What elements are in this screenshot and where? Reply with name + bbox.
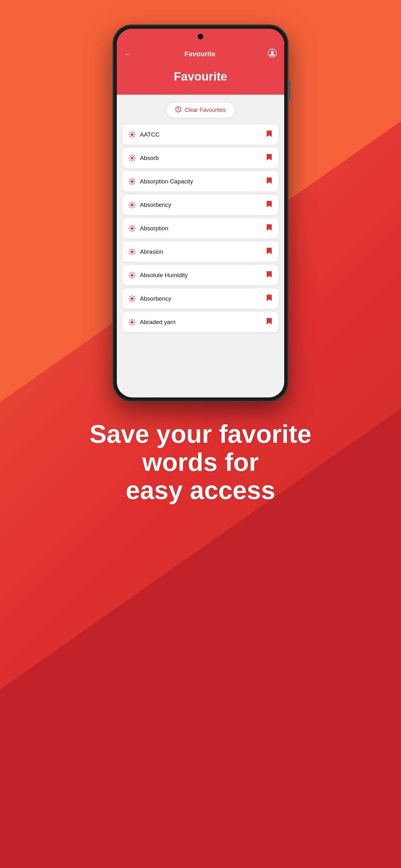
hero-section: Favourite bbox=[117, 64, 284, 95]
svg-line-83 bbox=[130, 324, 131, 324]
item-label-9: Abraded yarn bbox=[140, 319, 175, 326]
bookmark-icon-5[interactable] bbox=[266, 224, 272, 233]
svg-line-38 bbox=[130, 207, 131, 207]
item-icon-8 bbox=[129, 295, 136, 302]
svg-line-45 bbox=[134, 230, 134, 230]
bookmark-icon-8[interactable] bbox=[266, 294, 272, 303]
list-item-left-3: Absorption Capacity bbox=[129, 178, 193, 185]
svg-point-48 bbox=[131, 251, 133, 253]
svg-line-19 bbox=[134, 156, 134, 156]
app-bar: ← Favourite bbox=[117, 44, 284, 64]
list-item-left-8: Absorbency bbox=[129, 295, 171, 302]
svg-line-72 bbox=[134, 300, 134, 301]
svg-line-80 bbox=[130, 320, 131, 320]
svg-line-47 bbox=[130, 230, 131, 230]
phone-screen: ← Favourite Favourite bbox=[117, 29, 284, 398]
svg-line-44 bbox=[130, 226, 131, 226]
list-item[interactable]: Absorption Capacity bbox=[123, 171, 278, 191]
svg-line-17 bbox=[130, 156, 131, 156]
svg-line-54 bbox=[134, 253, 134, 254]
svg-line-36 bbox=[134, 207, 134, 207]
svg-line-71 bbox=[130, 296, 131, 297]
bookmark-icon-9[interactable] bbox=[266, 317, 272, 327]
svg-line-9 bbox=[134, 136, 134, 137]
bookmark-icon-3[interactable] bbox=[266, 177, 272, 186]
svg-line-81 bbox=[134, 324, 134, 324]
svg-line-64 bbox=[134, 273, 134, 273]
item-label-7: Absolute Humidity bbox=[140, 272, 188, 279]
list-item[interactable]: Absolute Humidity bbox=[123, 265, 278, 285]
svg-line-53 bbox=[130, 249, 131, 250]
item-label-6: Abrasion bbox=[140, 248, 163, 255]
list-item[interactable]: Abrasion bbox=[123, 242, 278, 262]
clear-favourites-button[interactable]: Clear Favourites bbox=[166, 102, 235, 118]
item-icon-4 bbox=[129, 202, 136, 208]
clear-icon bbox=[175, 106, 181, 114]
bookmark-icon-7[interactable] bbox=[266, 271, 272, 280]
svg-point-75 bbox=[131, 321, 133, 323]
svg-line-10 bbox=[134, 132, 134, 133]
list-item[interactable]: AATCC bbox=[123, 124, 278, 145]
camera-notch bbox=[198, 34, 203, 39]
list-item[interactable]: Absorption bbox=[123, 218, 278, 239]
svg-line-82 bbox=[134, 320, 134, 320]
item-label-3: Absorption Capacity bbox=[140, 178, 193, 185]
list-item-left-2: Absorb bbox=[129, 155, 159, 161]
item-icon-3 bbox=[129, 178, 136, 185]
item-label-4: Absorbency bbox=[140, 202, 171, 208]
phone-frame: ← Favourite Favourite bbox=[113, 25, 288, 401]
bottom-cta: Save your favorite words for easy access bbox=[71, 420, 330, 505]
list-item[interactable]: Absorbency bbox=[123, 288, 278, 309]
item-label-8: Absorbency bbox=[140, 295, 171, 302]
list-item[interactable]: Abraded yarn bbox=[123, 312, 278, 332]
svg-line-27 bbox=[134, 183, 134, 184]
list-item-left-5: Absorption bbox=[129, 225, 168, 232]
item-icon-9 bbox=[129, 319, 136, 326]
list-item-left-7: Absolute Humidity bbox=[129, 272, 188, 279]
status-bar bbox=[117, 29, 284, 44]
bookmark-icon-4[interactable] bbox=[266, 200, 272, 209]
bookmark-icon-1[interactable] bbox=[266, 130, 272, 139]
content-area: Clear Favourites bbox=[117, 95, 284, 340]
list-item-left-1: AATCC bbox=[129, 131, 160, 138]
svg-line-8 bbox=[130, 132, 131, 133]
svg-point-39 bbox=[131, 227, 133, 230]
bookmark-icon-2[interactable] bbox=[266, 153, 272, 162]
svg-line-11 bbox=[130, 136, 131, 137]
bottom-cta-text: Save your favorite words for easy access bbox=[90, 420, 312, 505]
svg-line-65 bbox=[130, 277, 131, 277]
svg-point-21 bbox=[131, 180, 133, 183]
svg-point-3 bbox=[131, 133, 133, 136]
list-item[interactable]: Absorbency bbox=[123, 195, 278, 215]
svg-line-74 bbox=[130, 300, 131, 301]
svg-point-12 bbox=[131, 157, 133, 159]
svg-point-57 bbox=[131, 274, 133, 277]
item-icon-2 bbox=[129, 155, 136, 161]
list-item-left-9: Abraded yarn bbox=[129, 319, 175, 326]
user-icon[interactable] bbox=[268, 49, 277, 59]
list-item-left-4: Absorbency bbox=[129, 202, 171, 208]
clear-btn-label: Clear Favourites bbox=[185, 107, 226, 114]
item-label-1: AATCC bbox=[140, 131, 160, 138]
phone-wrapper: ← Favourite Favourite bbox=[113, 25, 288, 401]
svg-point-30 bbox=[131, 204, 133, 206]
item-label-5: Absorption bbox=[140, 225, 168, 232]
svg-line-28 bbox=[134, 179, 134, 180]
svg-point-1 bbox=[271, 51, 274, 54]
svg-line-26 bbox=[130, 179, 131, 180]
svg-line-37 bbox=[134, 203, 134, 203]
svg-line-73 bbox=[134, 296, 134, 297]
svg-line-35 bbox=[130, 203, 131, 203]
item-icon-6 bbox=[129, 248, 136, 255]
svg-line-29 bbox=[130, 183, 131, 184]
svg-line-63 bbox=[134, 277, 134, 277]
bookmark-icon-6[interactable] bbox=[266, 247, 272, 256]
hero-title: Favourite bbox=[124, 70, 277, 84]
svg-line-18 bbox=[134, 160, 134, 160]
svg-line-56 bbox=[130, 253, 131, 254]
back-button[interactable]: ← bbox=[124, 50, 132, 58]
list-item[interactable]: Absorb bbox=[123, 148, 278, 168]
list-items: AATCC bbox=[123, 124, 278, 332]
svg-line-55 bbox=[134, 249, 134, 250]
list-item-left-6: Abrasion bbox=[129, 248, 163, 255]
